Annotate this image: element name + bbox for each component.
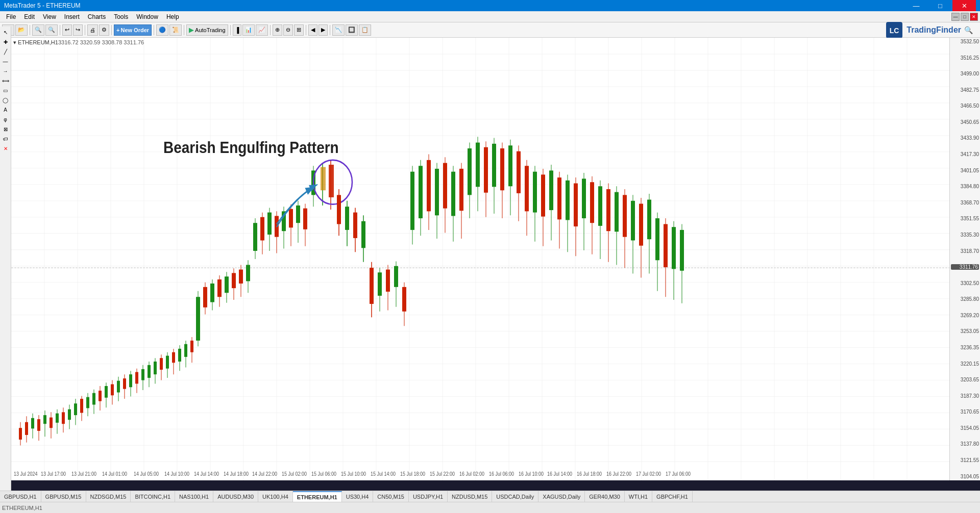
tab-ethereum-h1[interactable]: ETHEREUM,H1 [293,491,342,502]
tab-nas100-h1[interactable]: NAS100,H1 [175,491,213,502]
app-minimize[interactable]: — [951,13,960,21]
svg-rect-172 [402,287,406,312]
svg-rect-92 [123,378,126,389]
tab-audusd-m30[interactable]: AUDUSD,M30 [213,491,258,502]
app-controls: — □ ✕ [951,13,978,21]
svg-rect-212 [566,181,570,220]
draw-text-tool[interactable]: A [1,105,10,114]
svg-rect-160 [353,213,357,238]
svg-rect-228 [631,201,635,241]
print-btn[interactable]: 🖨 [87,24,98,36]
crosshair-tool[interactable]: ✚ [1,37,10,46]
tab-gbpchf-h1[interactable]: GBPCHF,H1 [652,491,693,502]
svg-rect-236 [664,224,668,267]
svg-rect-120 [210,284,214,302]
draw-rect-tool[interactable]: ▭ [1,86,10,95]
properties-btn[interactable]: ⚙ [99,24,109,36]
tab-bitcoinc-h1[interactable]: BITCOINC,H1 [131,491,175,502]
svg-rect-100 [148,365,151,378]
menu-file[interactable]: File [2,13,20,20]
chart-area[interactable]: Bearish Engulfing Pattern 13 Jul 2024 13… [11,38,949,480]
menu-window[interactable]: Window [132,13,162,20]
search-btn[interactable]: 🔍 [964,26,973,34]
draw-line-tool[interactable]: ╱ [1,47,10,56]
tab-us30-h4[interactable]: US30,H4 [342,491,374,502]
draw-delete-tool[interactable]: ✕ [1,144,10,153]
draw-ray-tool[interactable]: → [1,66,10,75]
menu-view[interactable]: View [39,13,60,20]
menu-insert[interactable]: Insert [60,13,84,20]
auto-trading-label: AutoTrading [195,27,226,33]
menu-charts[interactable]: Charts [84,13,110,20]
tab-nzdsgd-m15[interactable]: NZDSGD,M15 [86,491,131,502]
auto-trading-btn[interactable]: ▶ AutoTrading [186,24,228,36]
title-bar: MetaTrader 5 - ETHEREUM — □ ✕ [0,0,980,11]
svg-rect-88 [111,384,114,396]
open-btn[interactable]: 📂 [15,24,28,36]
svg-rect-152 [329,165,334,197]
menu-tools[interactable]: Tools [110,13,132,20]
app-close[interactable]: ✕ [970,13,978,21]
svg-rect-216 [582,178,586,218]
tab-ger40-m30[interactable]: GER40,M30 [585,491,625,502]
svg-rect-108 [172,352,175,363]
svg-rect-198 [508,145,512,186]
draw-ellipse-tool[interactable]: ◯ [1,95,10,105]
svg-rect-144 [296,206,300,223]
svg-rect-150 [321,167,326,191]
svg-text:14 Jul 14:00: 14 Jul 14:00 [194,471,219,477]
script-btn[interactable]: 📜 [169,24,182,36]
svg-rect-174 [410,172,414,230]
redo-btn[interactable]: ↪ [73,24,83,36]
zoom-minus-btn[interactable]: ⊖ [283,24,293,36]
candle-btn[interactable]: 📊 [242,24,255,36]
tab-wti-h1[interactable]: WTI,H1 [625,491,652,502]
scroll-left-btn[interactable]: ◀ [308,24,317,36]
scroll-right-btn[interactable]: ▶ [318,24,328,36]
tab-xagusd-daily[interactable]: XAGUSD,Daily [538,491,585,502]
indicators-btn[interactable]: 📉 [332,24,345,36]
menu-edit[interactable]: Edit [20,13,39,20]
logo-area: LC TradingFinder 🔍 [885,21,978,39]
tab-usdcad-daily[interactable]: USDCAD,Daily [492,491,538,502]
zoom-out-btn[interactable]: 🔍 [45,24,58,36]
zoom-in-btn[interactable]: 🔍 [32,24,44,36]
maximize-btn[interactable]: □ [928,0,952,11]
tab-gbpusd-h1[interactable]: GBPUSD,H1 [0,491,41,502]
price-3369: 3368.70 [951,200,979,206]
minimize-btn[interactable]: — [904,0,928,11]
algo-btn[interactable]: 🔵 [156,24,168,36]
objects-btn[interactable]: 🔲 [346,24,358,36]
tab-usdjpy-h1[interactable]: USDJPY,H1 [409,491,448,502]
arrow-tool[interactable]: ↖ [1,28,10,37]
line-chart-btn[interactable]: 📈 [256,24,268,36]
tab-cn50-m15[interactable]: CN50,M15 [373,491,409,502]
svg-rect-186 [459,169,463,211]
new-order-btn[interactable]: + New Order [114,24,152,36]
time-labels: 13 Jul 2024 13 Jul 17:00 13 Jul 21:00 14… [14,471,691,477]
price-3319: 3318.70 [951,248,979,254]
draw-fibo-tool[interactable]: φ [1,115,10,124]
undo-btn[interactable]: ↩ [62,24,72,36]
fit-chart-btn[interactable]: ⊞ [294,24,304,36]
bar-chart-btn[interactable]: ▐ [233,24,242,36]
zoom-plus-btn[interactable]: ⊕ [273,24,282,36]
svg-text:16 Jul 02:00: 16 Jul 02:00 [459,471,484,477]
tab-uk100-h4[interactable]: UK100,H4 [258,491,293,502]
new-order-icon: + [116,27,119,33]
draw-gann-tool[interactable]: ⊠ [1,124,10,134]
draw-hline-tool[interactable]: — [1,57,10,66]
price-3417: 3417.30 [951,151,979,157]
templates-btn[interactable]: 📋 [359,24,371,36]
svg-rect-98 [141,369,144,380]
svg-rect-114 [190,341,193,352]
close-btn[interactable]: ✕ [952,0,976,11]
menu-help[interactable]: Help [162,13,183,20]
app-maximize[interactable]: □ [961,13,969,21]
tab-gbpusd-m15[interactable]: GBPUSD,M15 [41,491,86,502]
draw-channel-tool[interactable]: ⟺ [1,76,10,85]
tab-nzdusd-m15[interactable]: NZDUSD,M15 [448,491,492,502]
pattern-text: Bearish Engulfing Pattern [163,138,339,156]
svg-text:17 Jul 02:00: 17 Jul 02:00 [636,471,661,477]
draw-label-tool[interactable]: 🏷 [1,134,10,143]
